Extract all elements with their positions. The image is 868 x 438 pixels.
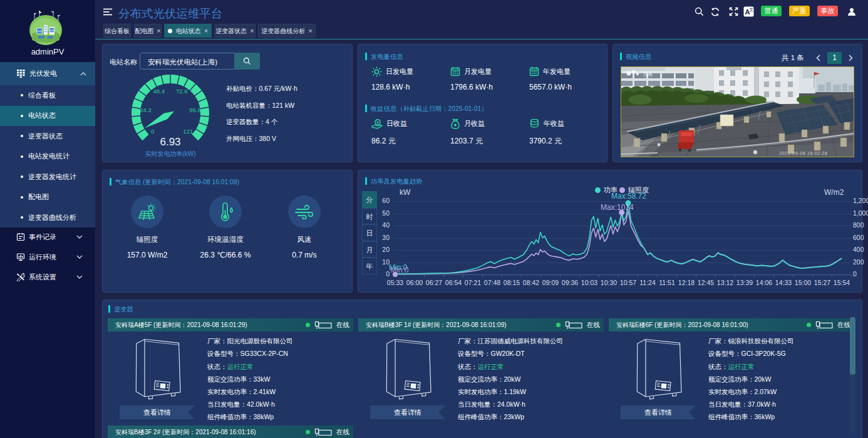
svg-text:2021-09-08 16:02:28: 2021-09-08 16:02:28 bbox=[779, 150, 827, 156]
svg-text:96.8: 96.8 bbox=[189, 107, 201, 113]
svg-text:0: 0 bbox=[151, 128, 154, 135]
svg-text:48.4: 48.4 bbox=[153, 88, 165, 95]
svg-text:24.2: 24.2 bbox=[140, 107, 152, 113]
svg-text:实时发电功率(kW): 实时发电功率(kW) bbox=[145, 150, 195, 157]
svg-text:6.93: 6.93 bbox=[160, 136, 180, 148]
svg-text:72.6: 72.6 bbox=[176, 88, 188, 95]
svg-text:121: 121 bbox=[183, 128, 193, 135]
svg-text:Max:58.72: Max:58.72 bbox=[611, 192, 646, 201]
svg-text:Min:0: Min:0 bbox=[390, 266, 409, 274]
svg-text:Max:1014: Max:1014 bbox=[601, 203, 634, 212]
svg-text:雪亮: 雪亮 bbox=[643, 71, 653, 77]
